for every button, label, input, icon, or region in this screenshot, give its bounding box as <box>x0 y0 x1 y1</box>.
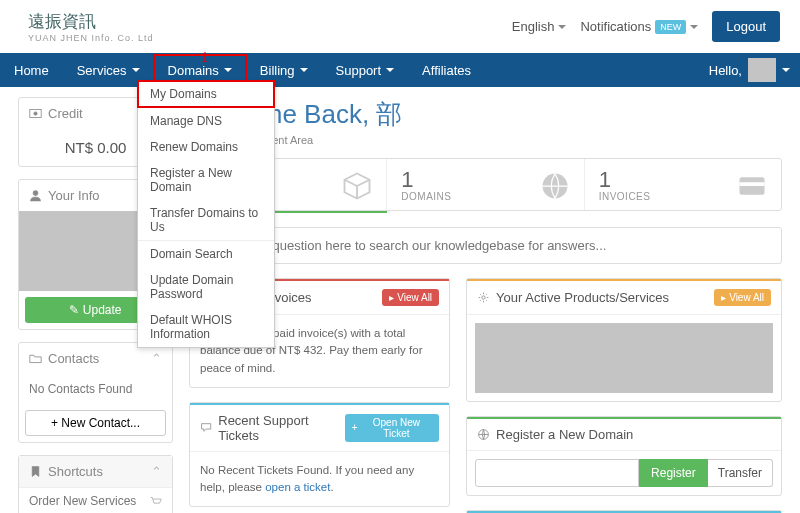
user-avatar <box>748 58 776 82</box>
user-icon <box>29 189 42 202</box>
active-products-card: Your Active Products/Services▸ View All <box>466 278 782 402</box>
nav-affiliates[interactable]: Affiliates <box>408 55 485 86</box>
tickets-card: Recent Support Tickets+ Open New Ticket … <box>189 402 450 508</box>
register-domain-card: Register a New Domain Register Transfer <box>466 416 782 496</box>
no-contacts-text: No Contacts Found <box>19 374 172 404</box>
bookmark-icon <box>29 465 42 478</box>
stats-row: 0SERVICES 1DOMAINS 0TICKETS 1INVOICES <box>189 158 782 211</box>
new-contact-button[interactable]: + New Contact... <box>25 410 166 436</box>
dropdown-search[interactable]: Domain Search <box>138 241 274 267</box>
dropdown-update-pw[interactable]: Update Domain Password <box>138 267 274 307</box>
globe-icon <box>540 171 570 201</box>
logout-button[interactable]: Logout <box>712 11 780 42</box>
nav-home[interactable]: Home <box>0 55 63 86</box>
svg-point-2 <box>34 112 37 115</box>
logo-subtext: YUAN JHEN Info. Co. Ltd <box>28 33 154 43</box>
register-button[interactable]: Register <box>639 459 708 487</box>
open-ticket-link[interactable]: open a ticket <box>265 481 330 493</box>
dropdown-whois[interactable]: Default WHOIS Information <box>138 307 274 347</box>
svg-rect-7 <box>739 182 764 186</box>
cart-icon <box>149 495 162 508</box>
credit-icon <box>29 107 42 120</box>
nav-user[interactable]: Hello, <box>709 58 800 82</box>
dropdown-my-domains[interactable]: My Domains <box>138 81 274 107</box>
dropdown-manage-dns[interactable]: Manage DNS <box>138 108 274 134</box>
transfer-button[interactable]: Transfer <box>708 459 773 487</box>
domains-dropdown: My Domains Manage DNS Renew Domains Regi… <box>137 80 275 348</box>
language-selector[interactable]: English <box>512 19 567 34</box>
open-ticket-button[interactable]: + Open New Ticket <box>345 414 439 442</box>
folder-icon <box>29 352 42 365</box>
domain-input[interactable] <box>475 459 639 487</box>
globe-icon <box>477 428 490 441</box>
card-icon <box>737 171 767 201</box>
cube-icon <box>342 171 372 201</box>
dropdown-renew[interactable]: Renew Domains <box>138 134 274 160</box>
new-badge: NEW <box>655 20 686 34</box>
page-title: Welcome Back, 部 <box>189 97 782 132</box>
viewall-products[interactable]: ▸ View All <box>714 289 771 306</box>
nav-support[interactable]: Support <box>322 55 409 86</box>
stat-domains[interactable]: 1DOMAINS <box>387 159 584 210</box>
svg-point-12 <box>482 296 485 299</box>
viewall-invoices[interactable]: ▸ View All <box>382 289 439 306</box>
stat-invoices[interactable]: 1INVOICES <box>585 159 781 210</box>
notifications-link[interactable]: Notifications NEW <box>580 19 698 34</box>
dropdown-register[interactable]: Register a New Domain <box>138 160 274 200</box>
logo-text: 遠振資訊 <box>28 10 154 33</box>
kb-search[interactable] <box>189 227 782 264</box>
kb-search-input[interactable] <box>227 238 767 253</box>
chevron-up-icon[interactable]: ⌃ <box>151 351 162 366</box>
dropdown-transfer[interactable]: Transfer Domains to Us <box>138 200 274 240</box>
contacts-panel: Contacts⌃ No Contacts Found + New Contac… <box>18 342 173 443</box>
annotation-1: 1 <box>201 49 209 66</box>
svg-point-3 <box>33 191 38 196</box>
comment-icon <box>200 421 212 434</box>
gear-icon <box>477 291 490 304</box>
product-placeholder <box>475 323 773 393</box>
breadcrumb: Portal Home / Client Area <box>189 134 782 146</box>
logo[interactable]: 遠振資訊 YUAN JHEN Info. Co. Ltd <box>20 10 154 43</box>
chevron-up-icon[interactable]: ⌃ <box>151 464 162 479</box>
shortcut-order[interactable]: Order New Services <box>19 487 172 513</box>
shortcuts-panel: Shortcuts⌃ Order New Services Register a… <box>18 455 173 513</box>
tickets-body: No Recent Tickets Found. If you need any… <box>190 452 449 507</box>
